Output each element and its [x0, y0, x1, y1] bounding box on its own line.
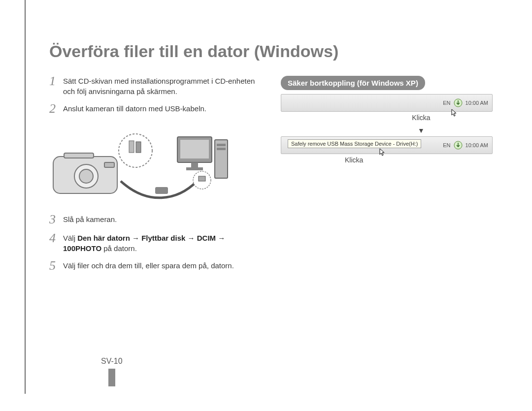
step-3: 3 Slå på kameran.: [49, 214, 261, 226]
safely-remove-icon: [454, 98, 463, 107]
callout-title: Säker bortkoppling (för Windows XP): [281, 76, 425, 90]
left-vertical-rule: [25, 0, 26, 394]
step-list-continued: 3 Slå på kameran. 4 Välj Den här datorn …: [49, 214, 261, 272]
step-text: Anslut kameran till datorn med USB-kabel…: [63, 103, 261, 114]
step-text: Slå på kameran.: [63, 214, 261, 224]
svg-point-3: [79, 169, 93, 183]
svg-rect-1: [64, 153, 94, 158]
tray-click-label: Klicka: [281, 114, 493, 122]
taskbar: EN 10:00 AM: [281, 94, 493, 112]
svg-rect-17: [199, 176, 205, 181]
step-list: 1 Sätt CD-skivan med installationsprogra…: [49, 76, 261, 115]
systray-screenshot-1: EN 10:00 AM Klicka: [281, 94, 493, 122]
tray-lang: EN: [443, 100, 450, 106]
tray-click-label: Klicka: [335, 156, 493, 164]
step-text: Välj filer och dra dem till, eller spara…: [63, 260, 261, 271]
step4-bold: Den här datorn → Flyttbar disk → DCIM → …: [63, 234, 225, 253]
cursor-icon: [379, 148, 385, 156]
svg-rect-7: [136, 142, 141, 153]
camera-to-pc-illustration: [49, 127, 232, 203]
step-1: 1 Sätt CD-skivan med installationsprogra…: [49, 76, 261, 96]
svg-rect-8: [155, 187, 168, 194]
step-number: 3: [49, 213, 63, 226]
systray-screenshot-2: EN 10:00 AM Safely remove USB Mass Stora…: [281, 136, 493, 164]
svg-rect-4: [104, 162, 114, 167]
step-text: Välj Den här datorn → Flyttbar disk → DC…: [63, 233, 261, 253]
step-text: Sätt CD-skivan med installationsprogramm…: [63, 76, 261, 96]
step-number: 2: [49, 102, 63, 115]
safely-remove-icon: [454, 141, 463, 150]
svg-rect-12: [186, 167, 203, 170]
step-number: 4: [49, 232, 63, 245]
page: Överföra filer till en dator (Windows) 1…: [0, 0, 532, 411]
content-columns: 1 Sätt CD-skivan med installationsprogra…: [49, 76, 502, 279]
tray-time: 10:00 AM: [466, 100, 488, 106]
step-4: 4 Välj Den här datorn → Flyttbar disk → …: [49, 233, 261, 253]
svg-rect-6: [129, 141, 134, 153]
page-number-block: SV-10: [101, 357, 123, 386]
step4-pre: Välj: [63, 234, 77, 242]
tray-tooltip: Safely remove USB Mass Storage Device - …: [288, 139, 421, 148]
svg-point-5: [119, 134, 152, 167]
step-5: 5 Välj filer och dra dem till, eller spa…: [49, 260, 261, 272]
page-title: Överföra filer till en dator (Windows): [49, 42, 502, 61]
svg-rect-11: [191, 162, 198, 167]
step4-post: på datorn.: [101, 244, 137, 253]
page-number-bar: [108, 369, 115, 386]
page-number: SV-10: [101, 357, 123, 366]
tray-time: 10:00 AM: [466, 142, 488, 148]
left-column: 1 Sätt CD-skivan med installationsprogra…: [49, 76, 261, 279]
step-2: 2 Anslut kameran till datorn med USB-kab…: [49, 103, 261, 115]
tray-lang: EN: [443, 142, 450, 148]
svg-rect-15: [217, 148, 226, 150]
svg-rect-10: [180, 140, 209, 158]
right-column: Säker bortkoppling (för Windows XP) EN 1…: [281, 76, 493, 279]
down-arrow-icon: ▼: [281, 126, 493, 134]
step-number: 1: [49, 75, 63, 88]
step-number: 5: [49, 259, 63, 272]
cursor-icon: [451, 109, 457, 117]
svg-rect-14: [217, 144, 226, 146]
